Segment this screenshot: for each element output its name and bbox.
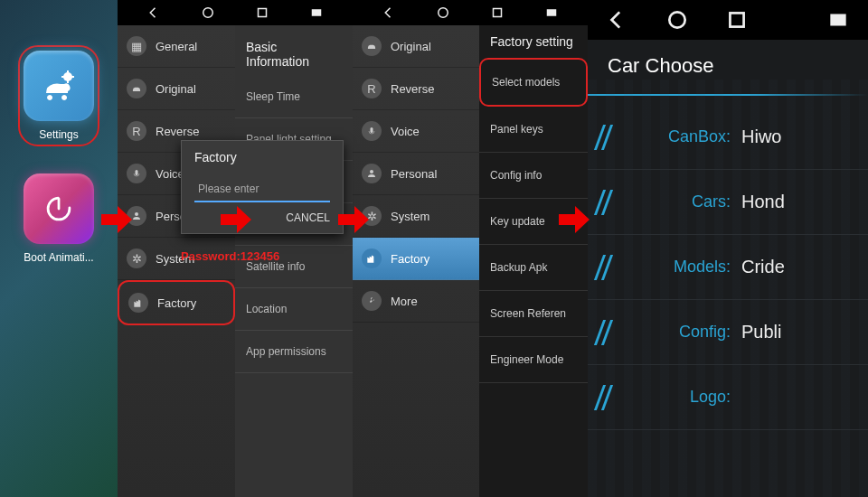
factory-settings-list: Factory setting Select models Panel keys…: [479, 25, 588, 497]
mic-icon: [127, 164, 146, 183]
menu-label: Reverse: [391, 82, 434, 96]
settings-app-icon: [24, 51, 94, 121]
settings-app[interactable]: Settings: [18, 45, 99, 146]
home-icon[interactable]: [665, 8, 689, 32]
row-canbox[interactable]: CanBox:Hiwo: [588, 105, 868, 170]
android-navbar: [118, 0, 353, 25]
step-arrow-2: [217, 201, 255, 242]
menu-label: Personal: [391, 167, 437, 181]
menu-label: Voice: [391, 125, 420, 138]
sidebar-item-reverse[interactable]: RReverse: [353, 68, 479, 110]
row-key: Config:: [631, 323, 731, 342]
svg-rect-4: [259, 9, 267, 17]
settings-app-label: Settings: [39, 128, 78, 141]
sidebar-item-general[interactable]: ▦General: [118, 25, 235, 68]
dialog-title: Factory: [182, 141, 343, 173]
home-icon[interactable]: [435, 5, 451, 21]
settings-panel-2: Original RReverse Voice Personal ✲System…: [353, 0, 588, 497]
reverse-icon: R: [127, 121, 146, 141]
svg-rect-6: [136, 170, 138, 175]
row-select-models[interactable]: Select models: [479, 58, 588, 107]
wrench-icon: [362, 291, 382, 311]
row-key: Models:: [631, 258, 731, 277]
menu-label: System: [391, 210, 429, 223]
sidebar-item-original[interactable]: Original: [353, 25, 479, 68]
sidebar-item-factory[interactable]: Factory: [353, 238, 479, 280]
factory-password-dialog: Factory Please enter CANCEL: [181, 140, 344, 234]
sidebar-item-more[interactable]: More: [353, 280, 479, 323]
row-key: Logo:: [631, 388, 731, 407]
row-cars[interactable]: Cars:Hond: [588, 170, 868, 235]
factory-icon: [362, 248, 382, 268]
sidebar-item-original[interactable]: Original: [118, 68, 235, 110]
gallery-icon[interactable]: [826, 8, 850, 32]
gallery-icon[interactable]: [543, 5, 560, 21]
row-config[interactable]: Config:Publi: [588, 300, 868, 365]
cancel-button[interactable]: CANCEL: [286, 211, 330, 224]
row-config-info[interactable]: Config info: [479, 153, 588, 199]
step-arrow-4: [555, 201, 593, 242]
recent-icon[interactable]: [254, 5, 270, 21]
svg-point-3: [203, 8, 213, 18]
row-logo[interactable]: Logo:: [588, 365, 868, 430]
row-value: Hiwo: [741, 127, 781, 147]
car-choose-panel: Car Choose CanBox:Hiwo Cars:Hond Models:…: [588, 0, 868, 497]
home-icon[interactable]: [200, 5, 216, 21]
row-value: Hond: [741, 192, 785, 212]
settings-panel-1: ▦General Original RReverse Voice Persona…: [118, 0, 353, 497]
svg-rect-11: [371, 127, 373, 133]
menu-label: More: [391, 295, 418, 308]
back-icon[interactable]: [381, 5, 397, 21]
settings-sidebar: Original RReverse Voice Personal ✲System…: [353, 25, 479, 497]
row-engineer-mode[interactable]: Engineer Mode: [479, 337, 588, 383]
svg-point-0: [63, 72, 72, 81]
sidebar-item-factory[interactable]: Factory: [118, 280, 235, 325]
row-models[interactable]: Models:Cride: [588, 235, 868, 300]
svg-point-13: [669, 12, 684, 27]
car-icon: [127, 79, 146, 98]
row-backup-apk[interactable]: Backup Apk: [479, 245, 588, 291]
person-icon: [362, 164, 382, 183]
svg-point-12: [370, 170, 373, 173]
password-hint-overlay: Password:123456: [181, 249, 279, 263]
basic-info-header: Basic Information: [235, 33, 353, 76]
svg-rect-9: [494, 9, 502, 17]
sidebar-item-voice[interactable]: Voice: [353, 110, 479, 153]
step-arrow-3: [335, 201, 373, 242]
menu-label: Original: [156, 82, 196, 96]
menu-label: Reverse: [156, 125, 199, 138]
recent-icon[interactable]: [725, 8, 749, 32]
general-icon: ▦: [127, 36, 146, 56]
car-icon: [362, 36, 382, 56]
back-icon[interactable]: [606, 8, 629, 32]
svg-rect-10: [547, 9, 557, 16]
row-value: Cride: [741, 257, 785, 277]
row-panel-keys[interactable]: Panel keys: [479, 107, 588, 153]
step-arrow-1: [98, 201, 136, 242]
recent-icon[interactable]: [489, 5, 505, 21]
row-key: Cars:: [631, 192, 731, 211]
launcher-panel: Settings Boot Animati...: [0, 0, 118, 497]
password-input[interactable]: Please enter: [194, 177, 330, 202]
boot-animation-label: Boot Animati...: [24, 251, 93, 264]
factory-icon: [128, 293, 148, 313]
car-choose-list: CanBox:Hiwo Cars:Hond Models:Cride Confi…: [588, 105, 868, 430]
row-sleep-time[interactable]: Sleep Time: [235, 76, 353, 118]
row-app-permissions[interactable]: App permissions: [235, 331, 353, 373]
gallery-icon[interactable]: [308, 5, 325, 21]
boot-animation-icon: [24, 173, 94, 244]
svg-rect-15: [830, 14, 845, 26]
sidebar-item-personal[interactable]: Personal: [353, 153, 479, 195]
menu-label: General: [156, 40, 197, 53]
reverse-icon: R: [362, 79, 382, 98]
factory-settings-header: Factory setting: [479, 25, 588, 58]
row-value: Publi: [741, 322, 781, 342]
back-icon[interactable]: [146, 5, 162, 21]
svg-rect-5: [312, 9, 322, 16]
menu-label: Factory: [391, 252, 429, 266]
row-screen-reference[interactable]: Screen Referen: [479, 291, 588, 337]
row-location[interactable]: Location: [235, 288, 353, 331]
boot-animation-app[interactable]: Boot Animati...: [24, 173, 94, 264]
menu-label: Original: [391, 40, 431, 53]
gear-icon: ✲: [127, 248, 146, 268]
